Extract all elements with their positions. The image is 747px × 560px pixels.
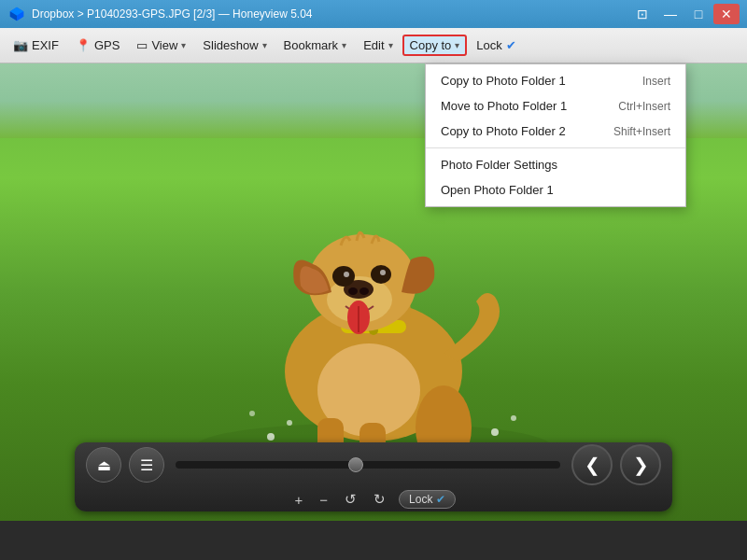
- slider-thumb: [348, 457, 363, 472]
- svg-point-20: [359, 287, 369, 295]
- dropdown-open-folder-1[interactable]: Open Photo Folder 1: [426, 177, 685, 203]
- close-btn[interactable]: ✕: [713, 4, 740, 24]
- menu-slideshow[interactable]: Slideshow ▾: [195, 35, 274, 56]
- svg-point-30: [249, 411, 255, 416]
- menu-gps[interactable]: 📍 GPS: [68, 35, 127, 56]
- svg-point-26: [380, 270, 386, 275]
- zoom-in-btn[interactable]: +: [291, 490, 307, 510]
- zoom-slider[interactable]: [176, 461, 560, 469]
- lock-check-icon: ✔: [506, 38, 516, 52]
- next-button[interactable]: ❯: [620, 444, 661, 485]
- window-controls: ⊡ — □ ✕: [629, 4, 740, 24]
- edit-arrow: ▾: [388, 40, 393, 50]
- dropdown-move-folder-1[interactable]: Move to Photo Folder 1 Ctrl+Insert: [426, 93, 685, 119]
- eject-button[interactable]: ⏏: [86, 447, 121, 483]
- menu-copy-to[interactable]: Copy to ▾: [402, 35, 468, 56]
- dropdown-copy-folder-1[interactable]: Copy to Photo Folder 1 Insert: [426, 68, 685, 93]
- bookmark-arrow: ▾: [342, 40, 346, 50]
- menu-view[interactable]: ▭ View ▾: [129, 35, 193, 56]
- svg-point-29: [491, 428, 499, 436]
- lock-button[interactable]: Lock ✔: [399, 490, 456, 509]
- menu-edit[interactable]: Edit ▾: [356, 35, 400, 56]
- dropdown-copy-folder-2[interactable]: Copy to Photo Folder 2 Shift+Insert: [426, 119, 685, 144]
- rotate-right-btn[interactable]: ↻: [370, 489, 389, 510]
- control-top-row: ⏏ ☰ ❮ ❯: [86, 444, 661, 485]
- svg-point-28: [287, 420, 292, 426]
- svg-point-27: [267, 433, 275, 441]
- svg-point-31: [511, 415, 516, 421]
- svg-point-23: [332, 266, 355, 287]
- menu-button[interactable]: ☰: [129, 447, 164, 483]
- screenshot-btn[interactable]: ⊡: [629, 4, 655, 24]
- rotate-left-btn[interactable]: ↺: [341, 489, 360, 510]
- window-title: Dropbox > P1040293-GPS.JPG [2/3] — Honey…: [32, 7, 629, 21]
- maximize-btn[interactable]: □: [685, 4, 712, 24]
- dropdown-separator: [426, 147, 685, 148]
- svg-point-25: [344, 272, 349, 277]
- titlebar: Dropbox > P1040293-GPS.JPG [2/3] — Honey…: [0, 0, 747, 28]
- camera-icon: 📷: [13, 38, 28, 52]
- menu-lock[interactable]: Lock ✔: [469, 35, 523, 56]
- view-arrow: ▾: [181, 40, 186, 50]
- svg-point-19: [348, 287, 358, 295]
- app-icon: [7, 5, 26, 23]
- pin-icon: 📍: [76, 38, 91, 52]
- lock-check-icon: ✔: [436, 493, 445, 506]
- zoom-out-btn[interactable]: −: [316, 490, 331, 510]
- slideshow-arrow: ▾: [262, 40, 267, 50]
- minimize-btn[interactable]: —: [657, 4, 684, 24]
- menu-bookmark[interactable]: Bookmark ▾: [276, 35, 355, 56]
- view-icon: ▭: [136, 38, 148, 52]
- control-bottom-row: + − ↺ ↻ Lock ✔: [291, 489, 457, 510]
- menu-exif[interactable]: 📷 EXIF: [6, 35, 66, 56]
- prev-button[interactable]: ❮: [571, 444, 613, 485]
- copy-to-arrow: ▾: [455, 40, 459, 50]
- menubar: 📷 EXIF 📍 GPS ▭ View ▾ Slideshow ▾ Bookma…: [0, 28, 747, 63]
- copy-to-dropdown: Copy to Photo Folder 1 Insert Move to Ph…: [425, 63, 686, 207]
- control-bar: ⏏ ☰ ❮ ❯ + − ↺ ↻ Lock ✔: [75, 442, 672, 511]
- dropdown-folder-settings[interactable]: Photo Folder Settings: [426, 152, 685, 177]
